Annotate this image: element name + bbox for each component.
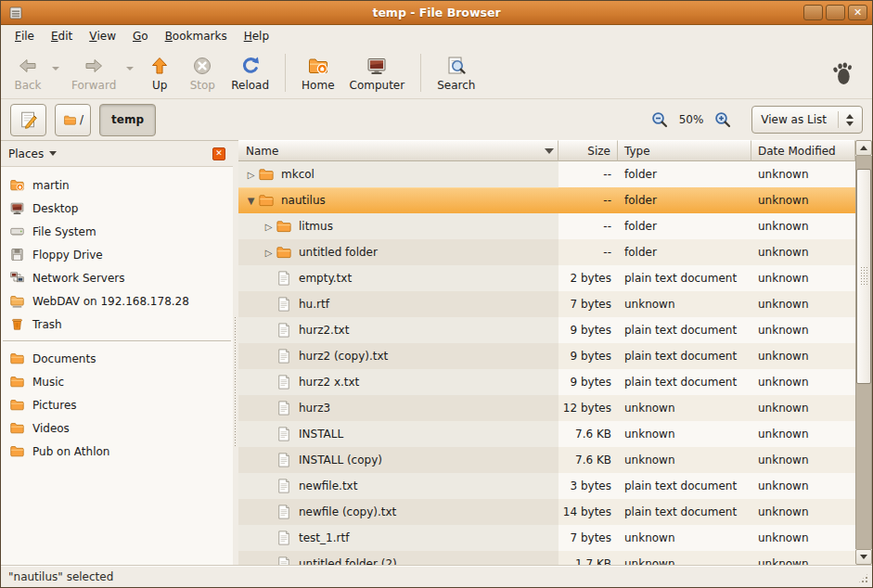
sidebar-item-pub-on-athlon[interactable]: Pub on Athlon — [1, 440, 233, 463]
menu-help[interactable]: Help — [236, 25, 277, 47]
date-modified-cell: unknown — [751, 239, 855, 265]
resize-grip-icon[interactable] — [857, 572, 869, 584]
table-row-litmus[interactable]: ▷litmus--folderunknown — [238, 213, 855, 239]
size-cell: -- — [558, 187, 618, 213]
table-row-hurz2-x-txt[interactable]: hurz2 x.txt9 bytesplain text documentunk… — [238, 369, 855, 395]
column-header-size[interactable]: Size — [558, 140, 618, 161]
close-button[interactable] — [848, 5, 867, 20]
scroll-down-button[interactable] — [855, 549, 872, 565]
table-row-hu-rtf[interactable]: hu.rtf7 bytesunknownunknown — [238, 291, 855, 317]
menu-edit[interactable]: Edit — [43, 25, 81, 47]
forward-arrow-icon — [83, 55, 105, 77]
file-cabinet-icon — [7, 5, 24, 21]
toolbar-button-label: Up — [152, 79, 167, 92]
menu-bookmarks[interactable]: Bookmarks — [157, 25, 236, 47]
sidebar-item-pictures[interactable]: Pictures — [1, 393, 233, 416]
sidebar-item-trash[interactable]: Trash — [1, 313, 233, 336]
type-cell: plain text document — [618, 317, 751, 343]
table-row-install[interactable]: INSTALL7.6 KBunknownunknown — [238, 421, 855, 447]
toolbar-button-label: Home — [302, 79, 334, 92]
tree-indent — [238, 408, 262, 409]
name-cell: empty.txt — [238, 265, 558, 291]
sidebar-item-floppy-drive[interactable]: Floppy Drive — [1, 243, 233, 266]
zoom-in-icon[interactable] — [713, 110, 732, 129]
column-header-label: Type — [624, 145, 650, 158]
places-dropdown[interactable]: Places — [8, 147, 57, 160]
sidebar-item-network-servers[interactable]: Network Servers — [1, 266, 233, 289]
sidebar-item-label: Music — [32, 376, 64, 389]
expander-collapsed-icon[interactable]: ▷ — [262, 248, 276, 258]
folder-icon — [258, 166, 275, 183]
folder-icon — [258, 192, 275, 209]
table-row-hurz3[interactable]: hurz312 bytesunknownunknown — [238, 395, 855, 421]
table-row-install-copy[interactable]: INSTALL (copy)7.6 KBunknownunknown — [238, 447, 855, 473]
folder-icon — [9, 443, 25, 459]
sort-descending-icon — [545, 148, 554, 154]
forward-history-dropdown-icon[interactable] — [123, 50, 136, 87]
name-cell: ▼nautilus — [238, 187, 558, 213]
table-row-hurz2-copy-txt[interactable]: hurz2 (copy).txt9 bytesplain text docume… — [238, 343, 855, 369]
sidebar-item-desktop[interactable]: Desktop — [1, 197, 233, 220]
name-cell: newfile (copy).txt — [238, 499, 558, 525]
table-row-nautilus[interactable]: ▼nautilus--folderunknown — [238, 187, 855, 213]
desktop-icon — [9, 200, 25, 216]
scroll-up-button[interactable] — [855, 140, 872, 156]
text-file-icon — [276, 504, 292, 520]
combo-spin-arrows-icon — [846, 114, 854, 126]
expander-expanded-icon[interactable]: ▼ — [244, 196, 258, 206]
zoom-out-icon[interactable] — [650, 110, 669, 129]
back-history-dropdown-icon[interactable] — [49, 50, 62, 87]
search-button[interactable]: Search — [430, 52, 482, 95]
menu-view[interactable]: View — [81, 25, 124, 47]
computer-button[interactable]: Computer — [342, 52, 413, 95]
table-row-untitled-folder[interactable]: ▷untitled folder--folderunknown — [238, 239, 855, 265]
table-row-newfile-txt[interactable]: newfile.txt3 bytesplain text documentunk… — [238, 473, 855, 499]
reload-button[interactable]: Reload — [224, 52, 276, 95]
status-text: "nautilus" selected — [8, 570, 113, 583]
table-row-untitled-folder-2[interactable]: untitled folder (2)1.7 KBunknownunknown — [238, 551, 855, 565]
sidebar-close-button[interactable]: ✕ — [212, 147, 225, 160]
back-button[interactable]: Back — [6, 52, 49, 95]
root-path-button[interactable]: / — [55, 104, 91, 136]
expander-collapsed-icon[interactable]: ▷ — [262, 222, 276, 232]
home-button[interactable]: Home — [294, 52, 341, 95]
up-button[interactable]: Up — [138, 52, 181, 95]
sidebar-item-webdav-on-192-168-178-28[interactable]: WebDAV on 192.168.178.28 — [1, 289, 233, 313]
sidebar-item-documents[interactable]: Documents — [1, 347, 233, 370]
sidebar-item-file-system[interactable]: File System — [1, 220, 233, 243]
table-row-mkcol[interactable]: ▷mkcol--folderunknown — [238, 161, 855, 187]
menu-file[interactable]: File — [6, 25, 43, 47]
maximize-button[interactable] — [826, 5, 845, 20]
sidebar-item-music[interactable]: Music — [1, 370, 233, 393]
scrollbar-thumb[interactable] — [856, 169, 871, 384]
current-folder-button[interactable]: temp — [99, 104, 156, 136]
minimize-button[interactable] — [803, 5, 823, 20]
column-header-type[interactable]: Type — [618, 140, 751, 161]
tree-indent — [238, 304, 262, 305]
size-cell: 12 bytes — [558, 395, 618, 421]
scrollbar-trough[interactable] — [855, 156, 872, 549]
column-header-date-modified[interactable]: Date Modified — [751, 140, 855, 161]
table-row-newfile-copy-txt[interactable]: newfile (copy).txt14 bytesplain text doc… — [238, 499, 855, 525]
expander-collapsed-icon[interactable]: ▷ — [244, 170, 258, 180]
menu-go[interactable]: Go — [124, 25, 157, 47]
sidebar-list: martinDesktopFile SystemFloppy DriveNetw… — [1, 167, 233, 463]
tree-indent — [238, 434, 262, 435]
stop-button[interactable]: Stop — [181, 52, 224, 95]
date-modified-cell: unknown — [751, 499, 855, 525]
forward-button[interactable]: Forward — [64, 52, 123, 95]
sidebar-item-martin[interactable]: martin — [1, 173, 233, 197]
file-name: untitled folder — [299, 246, 378, 259]
edit-location-button[interactable] — [10, 104, 46, 136]
column-header-name[interactable]: Name — [238, 140, 558, 161]
tree-indent — [238, 382, 262, 383]
table-row-hurz2-txt[interactable]: hurz2.txt9 bytesplain text documentunkno… — [238, 317, 855, 343]
view-selector[interactable]: View as List — [751, 106, 863, 134]
menu-bar: FileEditViewGoBookmarksHelp — [1, 25, 872, 47]
window-title: temp - File Browser — [1, 6, 872, 19]
window-controls — [803, 5, 867, 20]
sidebar-item-videos[interactable]: Videos — [1, 416, 233, 440]
table-row-empty-txt[interactable]: empty.txt2 bytesplain text documentunkno… — [238, 265, 855, 291]
table-row-test-1-rtf[interactable]: test_1.rtf7 bytesunknownunknown — [238, 525, 855, 551]
tree-indent — [238, 330, 262, 331]
